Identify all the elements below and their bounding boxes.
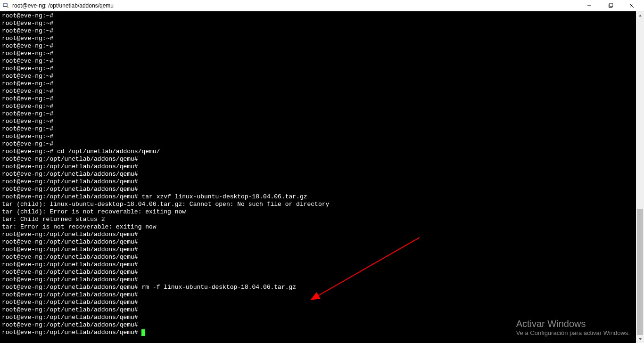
prompt-line: root@eve-ng:/opt/unetlab/addons/qemu#: [2, 276, 634, 284]
prompt-line: root@eve-ng:/opt/unetlab/addons/qemu#: [2, 231, 634, 238]
scroll-thumb[interactable]: [637, 209, 643, 335]
output-line: tar: Child returned status 2: [2, 216, 634, 223]
prompt-line: root@eve-ng:~#: [2, 42, 634, 50]
putty-icon: [2, 2, 9, 9]
prompt-line: root@eve-ng:/opt/unetlab/addons/qemu#: [2, 238, 634, 246]
window-title: root@eve-ng: /opt/unetlab/addons/qemu: [12, 2, 114, 9]
svg-rect-1: [4, 4, 7, 6]
scroll-up-button[interactable]: [636, 11, 644, 19]
prompt-line: root@eve-ng:~#: [2, 80, 634, 88]
prompt-line: root@eve-ng:/opt/unetlab/addons/qemu#: [2, 291, 634, 299]
prompt-line: root@eve-ng:~#: [2, 95, 634, 103]
prompt-line: root@eve-ng:/opt/unetlab/addons/qemu#: [2, 178, 634, 186]
terminal-output[interactable]: root@eve-ng:~#root@eve-ng:~#root@eve-ng:…: [0, 11, 636, 343]
prompt-line: root@eve-ng:/opt/unetlab/addons/qemu#: [2, 186, 634, 193]
prompt-line: root@eve-ng:~#: [2, 110, 634, 118]
prompt-line: root@eve-ng:~#: [2, 103, 634, 110]
prompt-line: root@eve-ng:/opt/unetlab/addons/qemu# ta…: [2, 193, 634, 201]
prompt-line: root@eve-ng:/opt/unetlab/addons/qemu#: [2, 321, 634, 329]
scroll-down-button[interactable]: [636, 335, 644, 343]
prompt-line: root@eve-ng:/opt/unetlab/addons/qemu#: [2, 171, 634, 178]
window-controls: [578, 0, 642, 11]
prompt-line: root@eve-ng:~#: [2, 20, 634, 27]
prompt-line: root@eve-ng:~#: [2, 57, 634, 65]
prompt-line: root@eve-ng:~#: [2, 88, 634, 95]
prompt-line: root@eve-ng:~#: [2, 125, 634, 133]
prompt-line: root@eve-ng:~#: [2, 35, 634, 42]
terminal-area[interactable]: root@eve-ng:~#root@eve-ng:~#root@eve-ng:…: [0, 11, 644, 343]
prompt-line: root@eve-ng:~#: [2, 118, 634, 125]
prompt-line: root@eve-ng:/opt/unetlab/addons/qemu#: [2, 299, 634, 306]
putty-window: root@eve-ng: /opt/unetlab/addons/qemu ro…: [0, 0, 644, 343]
prompt-line: root@eve-ng:/opt/unetlab/addons/qemu#: [2, 163, 634, 171]
prompt-line: root@eve-ng:/opt/unetlab/addons/qemu# rm…: [2, 284, 634, 291]
cursor: [141, 329, 145, 336]
output-line: tar (child): linux-ubuntu-desktop-18.04.…: [2, 201, 634, 208]
output-line: tar: Error is not recoverable: exiting n…: [2, 223, 634, 231]
output-line: tar (child): Error is not recoverable: e…: [2, 208, 634, 216]
prompt-line: root@eve-ng:~#: [2, 140, 634, 148]
prompt-line: root@eve-ng:~#: [2, 50, 634, 57]
prompt-line: root@eve-ng:~#: [2, 27, 634, 35]
prompt-line: root@eve-ng:/opt/unetlab/addons/qemu#: [2, 306, 634, 314]
prompt-line: root@eve-ng:~#: [2, 73, 634, 80]
svg-rect-4: [610, 3, 613, 7]
minimize-button[interactable]: [578, 0, 600, 11]
prompt-line: root@eve-ng:/opt/unetlab/addons/qemu#: [2, 246, 634, 253]
prompt-line: root@eve-ng:~#: [2, 12, 634, 20]
prompt-line: root@eve-ng:/opt/unetlab/addons/qemu#: [2, 329, 634, 336]
prompt-line: root@eve-ng:/opt/unetlab/addons/qemu#: [2, 155, 634, 163]
scroll-track[interactable]: [636, 19, 644, 335]
maximize-button[interactable]: [600, 0, 621, 11]
prompt-line: root@eve-ng:~#: [2, 133, 634, 140]
prompt-line: root@eve-ng:/opt/unetlab/addons/qemu#: [2, 314, 634, 321]
prompt-line: root@eve-ng:/opt/unetlab/addons/qemu#: [2, 261, 634, 269]
prompt-line: root@eve-ng:~#: [2, 65, 634, 73]
prompt-line: root@eve-ng:/opt/unetlab/addons/qemu#: [2, 269, 634, 276]
scrollbar[interactable]: [636, 11, 644, 343]
prompt-line: root@eve-ng:/opt/unetlab/addons/qemu#: [2, 253, 634, 261]
titlebar: root@eve-ng: /opt/unetlab/addons/qemu: [0, 0, 644, 11]
prompt-line: root@eve-ng:~# cd /opt/unetlab/addons/qe…: [2, 148, 634, 155]
close-button[interactable]: [621, 0, 642, 11]
